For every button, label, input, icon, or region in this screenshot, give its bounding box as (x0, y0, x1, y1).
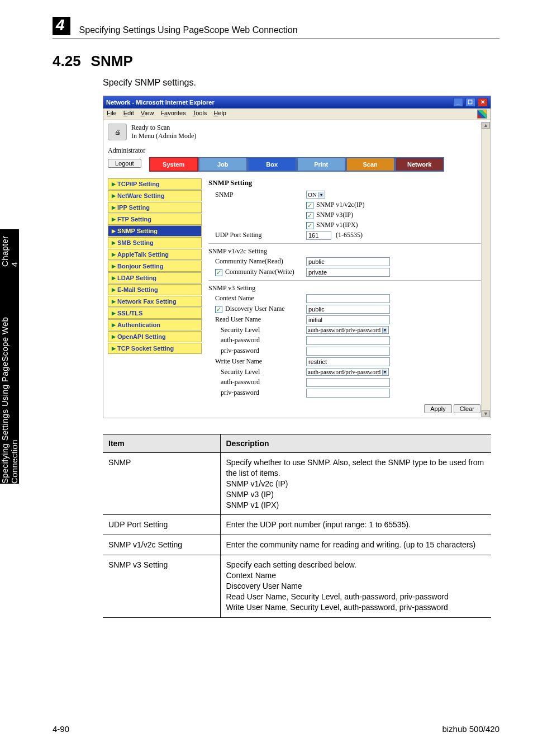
context-name-input[interactable] (306, 294, 390, 303)
logout-button[interactable]: Logout (108, 159, 141, 168)
table-cell-item: SNMP (103, 452, 220, 514)
sidebar-item-tcpsocket[interactable]: TCP Socket Setting (108, 343, 202, 354)
device-icon: 🖨 (108, 124, 127, 140)
discovery-user-input[interactable] (306, 305, 390, 314)
sidebar-item-appletalk[interactable]: AppleTalk Setting (108, 249, 202, 260)
administrator-label: Administrator (108, 147, 486, 155)
discovery-user-checkbox[interactable]: ✓ (215, 306, 222, 313)
clear-button[interactable]: Clear (454, 404, 480, 413)
write-user-input[interactable] (306, 357, 390, 366)
sidebar-item-netware[interactable]: NetWare Setting (108, 190, 202, 201)
menu-favorites[interactable]: Favorites (160, 110, 185, 119)
menu-help[interactable]: Help (213, 110, 226, 119)
tab-job[interactable]: Job (198, 157, 248, 172)
table-row: SNMPSpecify whether to use SNMP. Also, s… (103, 452, 491, 514)
write-sec-level-label: Security Level (208, 368, 306, 376)
read-user-label: Read User Name (208, 315, 306, 324)
discovery-user-label: Discovery User Name (225, 305, 285, 313)
sidebar-item-ipp[interactable]: IPP Setting (108, 202, 202, 213)
description-table: Item Description SNMPSpecify whether to … (103, 434, 491, 618)
sidebar-item-ssltls[interactable]: SSL/TLS (108, 308, 202, 319)
community-write-checkbox[interactable]: ✓ (215, 269, 222, 276)
write-priv-pw-input[interactable] (306, 389, 390, 398)
table-cell-desc: Enter the community name for reading and… (220, 535, 491, 555)
page-footer: 4-90 bizhub 500/420 (53, 724, 499, 734)
browser-window: Network - Microsoft Internet Explorer _ … (103, 96, 491, 418)
menu-file[interactable]: File (107, 110, 117, 119)
table-cell-item: SNMP v3 Setting (103, 555, 220, 617)
apply-button[interactable]: Apply (424, 404, 452, 413)
write-sec-level-value: auth-password/priv-password (308, 368, 380, 375)
read-auth-pw-input[interactable] (306, 336, 390, 345)
maximize-button[interactable]: ☐ (465, 98, 475, 107)
sidebar-item-ldap[interactable]: LDAP Setting (108, 272, 202, 284)
window-titlebar: Network - Microsoft Internet Explorer _ … (103, 96, 491, 108)
read-sec-level-value: auth-password/priv-password (308, 327, 380, 333)
tab-box[interactable]: Box (248, 157, 297, 172)
snmp-opt-0: SNMP v1/v2c(IP) (316, 201, 365, 209)
table-cell-desc: Enter the UDP port number (input range: … (220, 515, 491, 535)
sidebar-item-snmp[interactable]: SNMP Setting (108, 225, 202, 237)
separator (208, 243, 486, 244)
write-sec-level-select[interactable]: auth-password/priv-password▾ (306, 368, 389, 376)
tab-network[interactable]: Network (395, 157, 444, 172)
section-number: 4.25 (53, 53, 81, 70)
read-priv-pw-input[interactable] (306, 347, 390, 356)
vertical-scrollbar[interactable] (481, 122, 490, 417)
content-heading: SNMP Setting (208, 178, 486, 187)
col-desc: Description (220, 434, 491, 452)
write-user-label: Write User Name (208, 357, 306, 366)
community-read-label: Community Name(Read) (208, 257, 306, 266)
section-title: SNMP (91, 53, 133, 70)
write-priv-pw-label: priv-password (208, 389, 306, 397)
sidebar-item-networkfax[interactable]: Network Fax Setting (108, 296, 202, 307)
col-item: Item (103, 434, 220, 452)
read-sec-level-label: Security Level (208, 326, 306, 334)
sidebar-item-ftp[interactable]: FTP Setting (108, 214, 202, 225)
device-status-2: In Menu (Admin Mode) (131, 132, 196, 141)
snmp-v3-ip-checkbox[interactable]: ✓ (306, 212, 313, 219)
udp-port-input[interactable] (306, 231, 331, 240)
community-write-input[interactable] (306, 268, 390, 277)
tab-print[interactable]: Print (297, 157, 346, 172)
product-name: bizhub 500/420 (442, 724, 499, 734)
side-chapter-tab: Specifying Settings Using PageScope Web … (0, 229, 19, 484)
table-row: UDP Port SettingEnter the UDP port numbe… (103, 515, 491, 535)
context-name-label: Context Name (208, 294, 306, 303)
menu-view[interactable]: View (141, 110, 154, 119)
snmp-select[interactable]: ON▾ (306, 191, 325, 199)
sidebar-item-tcpip[interactable]: TCP/IP Setting (108, 178, 202, 190)
v3-heading: SNMP v3 Setting (208, 284, 255, 292)
tab-system[interactable]: System (149, 157, 198, 172)
table-cell-desc: Specify each setting described below. Co… (220, 555, 491, 617)
chevron-down-icon: ▾ (382, 328, 387, 333)
write-auth-pw-input[interactable] (306, 378, 390, 387)
read-user-input[interactable] (306, 315, 390, 324)
read-priv-pw-label: priv-password (208, 347, 306, 355)
menu-edit[interactable]: Edit (123, 110, 134, 119)
snmp-v1-ipx-checkbox[interactable]: ✓ (306, 222, 313, 229)
sidebar-item-openapi[interactable]: OpenAPI Setting (108, 331, 202, 342)
page-number: 4-90 (53, 724, 69, 734)
menu-tools[interactable]: Tools (193, 110, 207, 119)
sidebar-item-email[interactable]: E-Mail Setting (108, 284, 202, 295)
close-button[interactable]: ✕ (478, 98, 488, 107)
chevron-down-icon: ▾ (382, 370, 387, 375)
sidebar-item-bonjour[interactable]: Bonjour Setting (108, 261, 202, 272)
device-status-1: Ready to Scan (131, 124, 196, 133)
minimize-button[interactable]: _ (453, 98, 463, 107)
read-sec-level-select[interactable]: auth-password/priv-password▾ (306, 326, 389, 334)
side-tab-chapter: Chapter 4 (0, 229, 19, 267)
table-cell-desc: Specify whether to use SNMP. Also, selec… (220, 452, 491, 514)
table-row: SNMP v3 SettingSpecify each setting desc… (103, 555, 491, 617)
sidebar-item-authentication[interactable]: Authentication (108, 319, 202, 330)
table-row: SNMP v1/v2c SettingEnter the community n… (103, 535, 491, 555)
tab-scan[interactable]: Scan (346, 157, 395, 172)
sidebar-item-smb[interactable]: SMB Setting (108, 237, 202, 248)
snmp-v1v2c-ip-checkbox[interactable]: ✓ (306, 202, 313, 209)
snmp-select-value: ON (308, 191, 317, 198)
ie-logo-icon (477, 110, 487, 119)
community-write-label: Community Name(Write) (225, 268, 294, 276)
community-read-input[interactable] (306, 257, 390, 266)
udp-port-label: UDP Port Setting (208, 231, 306, 239)
